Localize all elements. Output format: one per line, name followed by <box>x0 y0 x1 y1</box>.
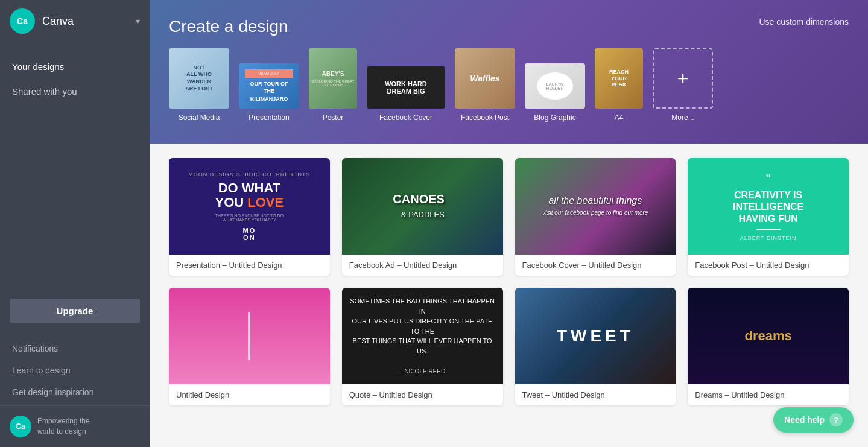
template-a4-label: A4 <box>615 113 624 122</box>
design-card-label: Quote – Untitled Design <box>342 384 503 405</box>
designs-grid: MOON DESIGN STUDIO CO. PRESENTS DO WHATY… <box>150 144 868 447</box>
sidebar-footer: Ca Empowering theworld to design <box>0 405 150 447</box>
design-card-presentation[interactable]: MOON DESIGN STUDIO CO. PRESENTS DO WHATY… <box>169 158 330 276</box>
sidebar-item-notifications[interactable]: Notifications <box>0 338 150 360</box>
template-more[interactable]: + More... <box>653 48 713 122</box>
canva-logo-icon[interactable]: Ca <box>10 8 35 34</box>
template-blog[interactable]: LAURYNHOLDEN Blog Graphic <box>525 63 585 122</box>
template-fb-cover-label: Facebook Cover <box>379 113 432 122</box>
page-title: Create a design <box>169 17 849 36</box>
need-help-label: Need help <box>784 415 825 425</box>
design-card-label: Dreams – Untitled Design <box>688 384 849 405</box>
sidebar-item-shared[interactable]: Shared with you <box>0 79 150 104</box>
design-card-fb-cover[interactable]: all the beautiful thingsvisit our facebo… <box>515 158 676 276</box>
templates-row: NOTALL WHOWANDERARE LOST Social Media 08… <box>169 48 849 132</box>
design-card-quote[interactable]: SOMETIMES THE BAD THINGS THAT HAPPEN INO… <box>342 288 503 405</box>
template-fb-post[interactable]: Waffles Facebook Post <box>455 48 515 122</box>
need-help-button[interactable]: Need help ? <box>773 407 854 433</box>
footer-canva-logo-icon: Ca <box>10 416 31 437</box>
design-card-pink[interactable]: Untitled Design <box>169 288 330 405</box>
create-header: Create a design Use custom dimensions NO… <box>150 0 868 144</box>
design-card-label: Facebook Post – Untitled Design <box>688 255 849 276</box>
dropdown-arrow-icon[interactable]: ▾ <box>136 16 140 26</box>
design-card-label: Presentation – Untitled Design <box>169 255 330 276</box>
design-card-label: Facebook Ad – Untitled Design <box>342 255 503 276</box>
design-card-fb-post[interactable]: " CREATIVITY ISINTELLIGENCEHAVING FUN AL… <box>688 158 849 276</box>
custom-dimensions-button[interactable]: Use custom dimensions <box>759 17 849 27</box>
template-poster-label: Poster <box>323 113 344 122</box>
help-icon: ? <box>829 413 843 426</box>
upgrade-button[interactable]: Upgrade <box>10 299 140 323</box>
design-card-tweet[interactable]: TWEET Tweet – Untitled Design <box>515 288 676 405</box>
sidebar-header: Ca Canva ▾ <box>0 0 150 42</box>
template-presentation[interactable]: 08.09.2014 OUR TOUR OF THEKILIMANJARO Pr… <box>239 63 299 122</box>
sidebar-item-your-designs[interactable]: Your designs <box>0 54 150 79</box>
sidebar-bottom-links: Notifications Learn to design Get design… <box>0 335 150 405</box>
design-card-fb-ad[interactable]: CANOES& PADDLES Facebook Ad – Untitled D… <box>342 158 503 276</box>
design-card-label: Facebook Cover – Untitled Design <box>515 255 676 276</box>
brand-name: Canva <box>42 15 136 28</box>
sidebar-nav: Your designs Shared with you <box>0 54 150 287</box>
designs-list: MOON DESIGN STUDIO CO. PRESENTS DO WHATY… <box>169 158 849 405</box>
footer-tagline: Empowering theworld to design <box>37 416 90 437</box>
template-a4[interactable]: REACHYOURPEAK A4 <box>595 48 643 122</box>
design-card-dreams[interactable]: dreams Dreams – Untitled Design <box>688 288 849 405</box>
sidebar-item-learn[interactable]: Learn to design <box>0 360 150 381</box>
template-more-label: More... <box>671 113 694 122</box>
main-content: Create a design Use custom dimensions NO… <box>150 0 868 447</box>
template-presentation-label: Presentation <box>249 113 289 122</box>
sidebar: Ca Canva ▾ Your designs Shared with you … <box>0 0 150 447</box>
template-fb-cover[interactable]: WORK HARDDREAM BIG Facebook Cover <box>367 66 445 122</box>
template-social-media-label: Social Media <box>179 113 220 122</box>
plus-icon: + <box>677 68 689 90</box>
design-card-label: Untitled Design <box>169 384 330 405</box>
template-fb-post-label: Facebook Post <box>461 113 509 122</box>
template-social-media[interactable]: NOTALL WHOWANDERARE LOST Social Media <box>169 48 229 122</box>
template-poster[interactable]: ABEY'S EXPLORING THE GREATOUTDOORS Poste… <box>309 48 357 122</box>
sidebar-item-inspiration[interactable]: Get design inspiration <box>0 381 150 403</box>
template-blog-label: Blog Graphic <box>534 113 575 122</box>
design-card-label: Tweet – Untitled Design <box>515 384 676 405</box>
